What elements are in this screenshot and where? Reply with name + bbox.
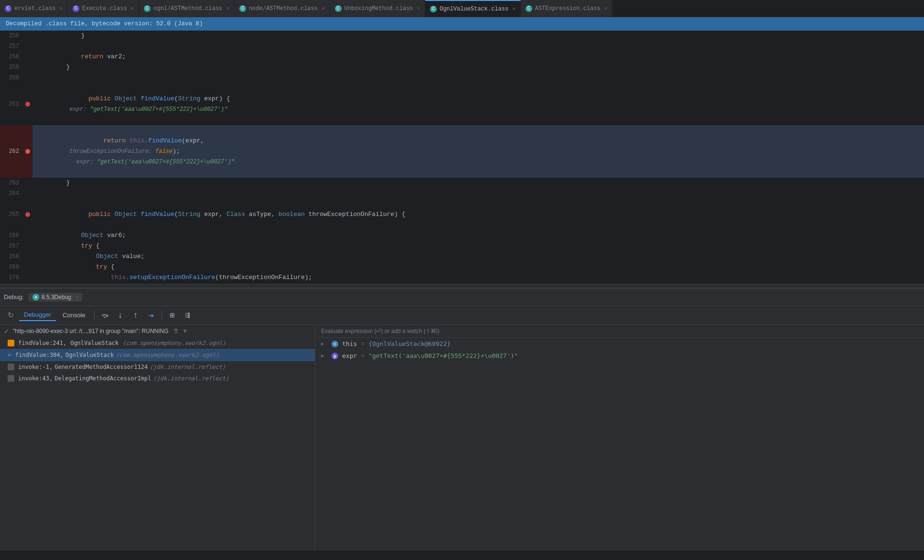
code-line-260: 260 (0, 73, 924, 83)
frame-package-3: (jdk.internal.reflect) (150, 364, 226, 370)
tab-close-ognl-ast[interactable]: × (226, 6, 229, 11)
frame-method-2: findValue:304, (15, 352, 64, 358)
tab-node-ast[interactable]: C node/ASTMethod.class × (235, 0, 330, 17)
frame-package-1-text: (com.opensymphony.xwork2.ognl) (122, 340, 226, 346)
line-num-259: 259 (0, 62, 23, 73)
line-num-258: 258 (0, 52, 23, 62)
gutter-267 (23, 241, 32, 251)
step-over-button[interactable]: ⤼ (98, 309, 112, 322)
code-content-269: try { (32, 262, 924, 272)
tab-icon-execute: C (73, 5, 79, 12)
code-content-265: public Object findValue(String expr, Cla… (32, 199, 924, 230)
line-num-269: 269 (0, 262, 23, 272)
info-bar: Decompiled .class file, bytecode version… (0, 17, 924, 31)
code-content-262: return this.findValue(expr, throwExcepti… (32, 125, 924, 178)
var-value-expr: "getText('aaa\u0027+#{555*222}+\u0027')" (368, 352, 518, 359)
force-return-button[interactable]: ⇶ (181, 309, 194, 322)
tab-ognl-ast[interactable]: C ognl/ASTMethod.class × (139, 0, 235, 17)
tab-close-node-ast[interactable]: × (322, 6, 325, 11)
thread-filter-icon[interactable]: ⚗ (172, 327, 179, 335)
tab-unboxing[interactable]: C UnboxingMethod.class × (330, 0, 426, 17)
gutter-258 (23, 52, 32, 62)
tab-console[interactable]: Console (58, 310, 90, 321)
code-content-264 (32, 188, 924, 199)
run-to-cursor-button[interactable]: ⇥ (144, 309, 158, 322)
breakpoint-261[interactable] (25, 102, 30, 107)
vars-panel: Evaluate expression (⏎) or add a watch (… (315, 325, 924, 550)
code-content-260 (32, 73, 924, 83)
tab-ast-expr[interactable]: C ASTExpression.class × (521, 0, 612, 17)
tab-ognl-value[interactable]: C OgnlValueStack.class × (425, 0, 521, 17)
line-num-257: 257 (0, 41, 23, 52)
gutter-268 (23, 251, 32, 262)
code-line-257: 257 (0, 41, 924, 52)
tab-label-unboxing: UnboxingMethod.class (344, 5, 413, 12)
tab-close-ognl-value[interactable]: × (512, 6, 516, 12)
tab-icon-unboxing: C (335, 5, 342, 12)
var-expr[interactable]: ▶ p expr = "getText('aaa\u0027+#{555*222… (315, 350, 924, 362)
gutter-259 (23, 62, 32, 73)
tab-label-ognl-ast: ognl/ASTMethod.class (153, 5, 222, 12)
session-close-icon[interactable]: × (75, 294, 78, 300)
tab-execute[interactable]: C Execute.class × (68, 0, 139, 17)
thread-label: "http-nio-8090-exec-3 url: /t...,917 in … (13, 328, 169, 334)
debug-header: Debug: ● 8.5.3Debug × (0, 289, 924, 306)
code-content-261: public Object findValue(String expr) { e… (32, 83, 924, 125)
code-editor[interactable]: 256 } 257 258 return var2; 259 } 260 261 (0, 31, 924, 284)
eval-bar[interactable]: Evaluate expression (⏎) or add a watch (… (315, 325, 924, 338)
horizontal-scrollbar[interactable] (0, 284, 924, 288)
expand-expr-icon[interactable]: ▶ (321, 353, 328, 359)
tab-debugger[interactable]: Debugger (19, 309, 56, 321)
thread-check-icon: ✓ (4, 328, 9, 335)
line-num-260: 260 (0, 73, 23, 83)
tab-close-ast-expr[interactable]: × (604, 6, 608, 11)
frame-method-1: findValue:241, (18, 340, 66, 346)
tab-icon-servlet: C (5, 5, 11, 12)
gutter-265[interactable] (23, 199, 32, 230)
expand-this-icon[interactable]: ▶ (321, 341, 328, 347)
frame-item-4[interactable]: invoke:43, DelegatingMethodAccessorImpl … (0, 373, 315, 384)
line-num-265: 265 (0, 199, 23, 230)
code-content-270: this.setupExceptionOnFailure(throwExcept… (32, 272, 924, 283)
frames-panel: ✓ "http-nio-8090-exec-3 url: /t...,917 i… (0, 325, 315, 550)
line-num-267: 267 (0, 241, 23, 251)
thread-dropdown-icon[interactable]: ▼ (183, 328, 188, 334)
code-content-258: return var2; (32, 52, 924, 62)
frame-item-2[interactable]: ↩ findValue:304, OgnlValueStack (com.ope… (0, 349, 315, 361)
frame-icon-4 (8, 375, 14, 382)
tab-label-execute: Execute.class (82, 5, 127, 12)
thread-item: ✓ "http-nio-8090-exec-3 url: /t...,917 i… (0, 325, 315, 337)
reload-button[interactable]: ↻ (4, 309, 17, 322)
gutter-262[interactable] (23, 125, 32, 178)
frame-item-3[interactable]: invoke:-1, GeneratedMethodAccessor1124 (… (0, 361, 315, 373)
debug-session-tab[interactable]: ● 8.5.3Debug × (29, 293, 83, 302)
frames-button[interactable]: ⊞ (166, 309, 179, 322)
breakpoint-262[interactable] (25, 149, 30, 154)
var-value-this: {OgnlValueStack@60922} (368, 340, 451, 347)
code-line-271: 271 Object var4 = this.tryFindValueWhenE… (0, 283, 924, 284)
tab-servlet[interactable]: C ervlet.class × (0, 0, 68, 17)
line-num-264: 264 (0, 188, 23, 199)
code-line-266: 266 Object var6; (0, 230, 924, 241)
info-bar-text: Decompiled .class file, bytecode version… (6, 21, 203, 27)
line-num-268: 268 (0, 251, 23, 262)
frame-icon-1 (8, 340, 14, 346)
code-content-267: try { (32, 241, 924, 251)
tab-close-servlet[interactable]: × (59, 6, 63, 11)
step-into-button[interactable]: ↓ (114, 309, 127, 322)
step-out-button[interactable]: ↑ (129, 309, 142, 322)
tab-bar: C ervlet.class × C Execute.class × C ogn… (0, 0, 924, 17)
tab-close-execute[interactable]: × (131, 6, 134, 11)
gutter-261[interactable] (23, 83, 32, 125)
code-line-256: 256 } (0, 31, 924, 41)
breakpoint-265[interactable] (25, 212, 30, 217)
code-line-265: 265 public Object findValue(String expr,… (0, 199, 924, 230)
var-this[interactable]: ▶ ≡ this = {OgnlValueStack@60922} (315, 338, 924, 350)
var-equals-this: = (361, 340, 365, 347)
tab-label-ast-expr: ASTExpression.class (535, 5, 601, 12)
gutter-257 (23, 41, 32, 52)
line-num-271: 271 (0, 283, 23, 284)
frame-item-1[interactable]: findValue:241, OgnlValueStack (com.opens… (0, 337, 315, 349)
tab-close-unboxing[interactable]: × (417, 6, 420, 11)
gutter-263 (23, 178, 32, 188)
